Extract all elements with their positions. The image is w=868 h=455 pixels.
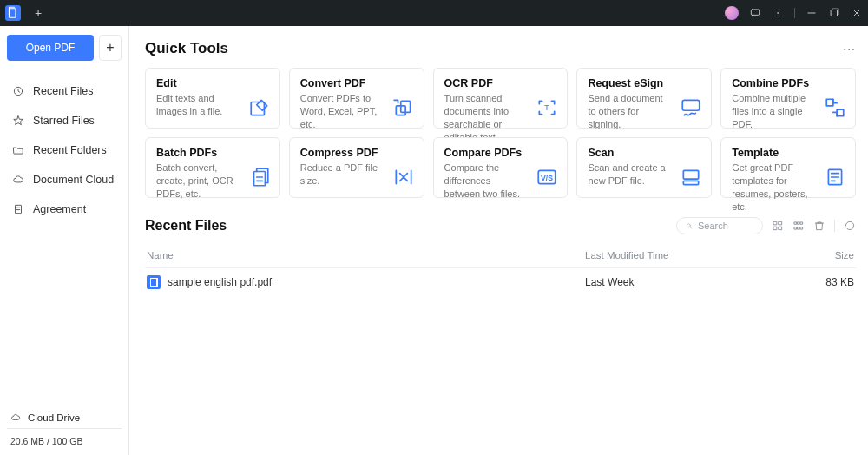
svg-rect-0 bbox=[10, 9, 16, 18]
storage-label: 20.6 MB / 100 GB bbox=[7, 436, 122, 446]
delete-icon[interactable] bbox=[813, 220, 825, 232]
svg-rect-41 bbox=[794, 228, 796, 229]
tool-scan[interactable]: Scan Scan and create a new PDF file. bbox=[576, 137, 712, 198]
tool-title: Request eSign bbox=[588, 77, 700, 89]
col-size[interactable]: Size bbox=[776, 250, 854, 260]
app-logo-icon[interactable] bbox=[5, 5, 21, 21]
svg-rect-6 bbox=[832, 10, 838, 16]
recent-files-title: Recent Files bbox=[145, 218, 227, 234]
file-name: sample english pdf.pdf bbox=[168, 276, 272, 288]
quick-tools-title: Quick Tools bbox=[145, 40, 228, 57]
svg-rect-21 bbox=[253, 172, 265, 186]
convert-icon bbox=[392, 96, 415, 119]
titlebar: + bbox=[0, 0, 868, 26]
svg-rect-18 bbox=[682, 100, 700, 110]
tool-compress[interactable]: Compress PDF Reduce a PDF file size. bbox=[289, 137, 424, 198]
sidebar-item-agreement[interactable]: Agreement bbox=[7, 195, 122, 224]
svg-rect-38 bbox=[794, 222, 796, 224]
sidebar-item-label: Document Cloud bbox=[33, 174, 114, 186]
tool-title: Edit bbox=[156, 77, 269, 89]
separator bbox=[794, 8, 795, 18]
recent-files-header: Name Last Modified Time Size bbox=[145, 243, 856, 267]
tool-combine[interactable]: Combine PDFs Combine multiple files into… bbox=[720, 68, 856, 129]
svg-rect-36 bbox=[773, 227, 777, 230]
tool-grid: Edit Edit texts and images in a file. Co… bbox=[145, 68, 856, 198]
pdf-file-icon bbox=[147, 275, 161, 289]
tool-title: Combine PDFs bbox=[732, 77, 845, 89]
search-box[interactable] bbox=[676, 217, 763, 234]
cloud-drive-section[interactable]: Cloud Drive bbox=[7, 407, 122, 429]
tool-title: Convert PDF bbox=[300, 77, 413, 89]
svg-rect-42 bbox=[798, 228, 799, 229]
ocr-icon: T bbox=[536, 96, 558, 119]
file-modified: Last Week bbox=[585, 276, 776, 288]
close-icon[interactable] bbox=[851, 7, 863, 19]
titlebar-right bbox=[725, 6, 863, 20]
titlebar-left: + bbox=[5, 5, 49, 21]
kebab-menu-icon[interactable] bbox=[772, 7, 784, 19]
template-icon bbox=[824, 166, 846, 188]
search-input[interactable] bbox=[698, 221, 753, 231]
sidebar: Open PDF + Recent Files Starred Files Re… bbox=[0, 26, 129, 455]
svg-marker-10 bbox=[14, 116, 23, 125]
svg-text:V/S: V/S bbox=[541, 174, 553, 182]
svg-line-33 bbox=[690, 227, 692, 228]
tool-title: OCR PDF bbox=[444, 77, 557, 89]
tool-title: Template bbox=[732, 147, 845, 159]
minimize-icon[interactable] bbox=[806, 7, 818, 19]
svg-point-3 bbox=[778, 13, 779, 14]
svg-point-32 bbox=[687, 223, 690, 227]
tool-edit[interactable]: Edit Edit texts and images in a file. bbox=[145, 68, 280, 129]
sidebar-item-label: Recent Files bbox=[33, 85, 93, 97]
grid-view-icon[interactable] bbox=[792, 220, 805, 232]
svg-text:T: T bbox=[544, 102, 549, 112]
cloud-icon bbox=[10, 412, 21, 423]
sidebar-item-recent-files[interactable]: Recent Files bbox=[7, 76, 122, 106]
sidebar-item-document-cloud[interactable]: Document Cloud bbox=[7, 165, 122, 195]
col-modified[interactable]: Last Modified Time bbox=[585, 250, 776, 260]
svg-rect-11 bbox=[16, 205, 22, 213]
sidebar-item-starred-files[interactable]: Starred Files bbox=[7, 106, 122, 135]
refresh-icon[interactable] bbox=[844, 220, 856, 232]
tool-title: Batch PDFs bbox=[156, 147, 269, 159]
file-row[interactable]: sample english pdf.pdf Last Week 83 KB bbox=[145, 268, 856, 296]
svg-rect-39 bbox=[798, 222, 799, 224]
edit-icon bbox=[248, 96, 271, 119]
file-size: 83 KB bbox=[776, 276, 854, 288]
tool-esign[interactable]: Request eSign Send a document to others … bbox=[576, 68, 712, 129]
quick-tools-more-icon[interactable]: ··· bbox=[843, 42, 856, 56]
scan-icon bbox=[680, 166, 702, 188]
tool-ocr[interactable]: OCR PDF Turn scanned documents into sear… bbox=[433, 68, 569, 129]
svg-rect-19 bbox=[826, 99, 833, 106]
tool-convert[interactable]: Convert PDF Convert PDFs to Word, Excel,… bbox=[289, 68, 424, 129]
recent-files-tools bbox=[676, 217, 856, 234]
tool-template[interactable]: Template Get great PDF templates for res… bbox=[720, 137, 856, 198]
svg-rect-20 bbox=[837, 109, 844, 116]
sidebar-item-recent-folders[interactable]: Recent Folders bbox=[7, 135, 122, 165]
folder-icon bbox=[12, 144, 24, 156]
svg-rect-1 bbox=[751, 10, 759, 15]
new-tab-button[interactable]: + bbox=[28, 5, 49, 21]
tool-compare[interactable]: Compare PDFs Compare the differences bet… bbox=[433, 137, 569, 198]
list-view-icon[interactable] bbox=[772, 220, 784, 232]
main-panel: Quick Tools ··· Edit Edit texts and imag… bbox=[129, 26, 868, 455]
sidebar-item-label: Starred Files bbox=[33, 115, 95, 127]
cloud-drive-label: Cloud Drive bbox=[28, 412, 80, 423]
new-file-button[interactable]: + bbox=[99, 35, 122, 61]
open-pdf-button[interactable]: Open PDF bbox=[7, 35, 94, 61]
col-name[interactable]: Name bbox=[147, 250, 585, 260]
avatar[interactable] bbox=[725, 6, 739, 20]
doc-icon bbox=[12, 203, 24, 215]
tool-batch[interactable]: Batch PDFs Batch convert, create, print,… bbox=[145, 137, 280, 198]
sidebar-item-label: Recent Folders bbox=[33, 144, 107, 156]
sidebar-item-label: Agreement bbox=[33, 203, 86, 215]
cloud-icon bbox=[12, 174, 24, 186]
chat-icon[interactable] bbox=[749, 7, 761, 19]
maximize-icon[interactable] bbox=[828, 7, 840, 19]
combine-icon bbox=[824, 96, 846, 119]
svg-rect-26 bbox=[684, 170, 699, 179]
esign-icon bbox=[680, 96, 702, 119]
clock-icon bbox=[12, 85, 24, 97]
svg-rect-35 bbox=[779, 221, 782, 225]
svg-rect-27 bbox=[684, 181, 699, 184]
